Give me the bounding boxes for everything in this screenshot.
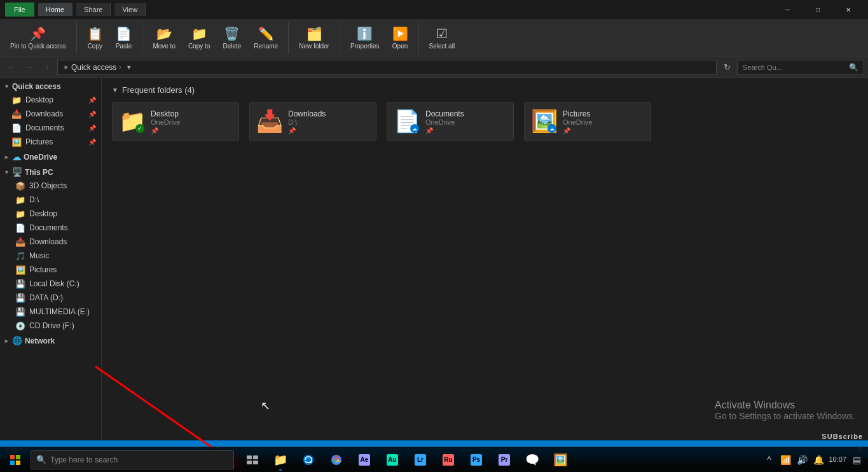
taskbar-audition-button[interactable]: Au bbox=[379, 447, 406, 473]
file-tab[interactable]: File bbox=[5, 3, 34, 17]
sidebar-onedrive-label: OneDrive bbox=[24, 153, 57, 162]
sidebar-pictures-label: Pictures bbox=[25, 137, 53, 146]
volume-tray-icon[interactable]: 🔊 bbox=[796, 454, 808, 466]
sidebar-item-music[interactable]: 🎵 Music bbox=[0, 249, 101, 263]
notifications-panel-icon[interactable]: ▤ bbox=[850, 454, 863, 466]
taskbar-chrome-button[interactable] bbox=[323, 447, 350, 473]
rename-button[interactable]: ✏️ Rename bbox=[249, 24, 283, 52]
refresh-button[interactable]: ↻ bbox=[719, 60, 734, 75]
folder-card-downloads[interactable]: 📥 Downloads D:\ 📌 bbox=[249, 102, 376, 141]
sidebar-item-desktop[interactable]: 📁 Desktop 📌 bbox=[0, 93, 101, 107]
folder-info-pictures: Pictures OneDrive 📌 bbox=[563, 109, 644, 134]
taskbar-lightroom-button[interactable]: Lr bbox=[407, 447, 434, 473]
sidebar-documents-label: Documents bbox=[25, 123, 64, 132]
content-area: ▼ Frequent folders (4) 📁 ✓ Desktop OneDr… bbox=[102, 78, 868, 440]
taskbar-fileexplorer-button[interactable]: 📁 bbox=[267, 447, 294, 473]
open-button[interactable]: ▶️ Open bbox=[387, 24, 413, 52]
svg-rect-2 bbox=[10, 455, 15, 459]
pin-to-quickaccess-button[interactable]: 📌 Pin to Quick access bbox=[5, 24, 71, 52]
newfolder-button[interactable]: 🗂️ New folder bbox=[294, 24, 334, 52]
taskbar-taskview-button[interactable] bbox=[239, 447, 266, 473]
sidebar-header-thispc[interactable]: ▼ 🖥️ This PC bbox=[0, 165, 101, 179]
pin-indicator-pictures: 📌 bbox=[563, 127, 644, 134]
taskbar-search-text: Type here to search bbox=[50, 455, 118, 464]
taskbar-clock[interactable]: 10:07 bbox=[829, 455, 846, 464]
copyto-label: Copy to bbox=[188, 43, 210, 50]
sidebar-item-downloads-thispc[interactable]: 📥 Downloads bbox=[0, 235, 101, 249]
forward-button[interactable]: → bbox=[22, 60, 37, 75]
section-label: Frequent folders (4) bbox=[122, 85, 195, 95]
copyto-icon: 📁 bbox=[191, 26, 207, 41]
copy-button[interactable]: 📋 Copy bbox=[82, 24, 108, 52]
move-to-button[interactable]: 📂 Move to bbox=[148, 24, 181, 52]
ribbon-tab-home[interactable]: Home bbox=[38, 3, 72, 16]
taskbar-search-input[interactable]: 🔍 Type here to search bbox=[31, 450, 234, 469]
taskbar-edge-button[interactable] bbox=[295, 447, 322, 473]
ribbon-tab-view[interactable]: View bbox=[114, 3, 146, 16]
selectall-label: Select all bbox=[429, 43, 455, 50]
select-all-button[interactable]: ☑ Select all bbox=[424, 24, 460, 52]
taskview-icon bbox=[247, 455, 258, 464]
address-path[interactable]: ★ Quick access › ▼ bbox=[57, 60, 717, 75]
delete-button[interactable]: 🗑️ Delete bbox=[217, 24, 246, 52]
sidebar-item-downloads[interactable]: 📥 Downloads 📌 bbox=[0, 107, 101, 121]
sidebar-section-thispc: ▼ 🖥️ This PC 📦 3D Objects 📁 D:\ 📁 Deskto… bbox=[0, 165, 101, 333]
onedrive-badge-pictures: ☁ bbox=[548, 124, 556, 133]
sidebar-header-network[interactable]: ► 🌐 Network bbox=[0, 334, 101, 347]
sidebar-item-pictures-thispc[interactable]: 🖼️ Pictures bbox=[0, 263, 101, 277]
copy-to-button[interactable]: 📁 Copy to bbox=[183, 24, 215, 52]
sidebar-item-pictures[interactable]: 🖼️ Pictures 📌 bbox=[0, 135, 101, 149]
ribbon-toolbar: 📌 Pin to Quick access 📋 Copy 📄 Paste 📂 M… bbox=[0, 19, 868, 57]
svg-rect-4 bbox=[10, 461, 15, 465]
ribbon-separator-3 bbox=[288, 22, 289, 54]
up-button[interactable]: ↑ bbox=[39, 60, 55, 75]
taskbar-aftereffects-button[interactable]: Ae bbox=[351, 447, 378, 473]
close-button[interactable]: ✕ bbox=[834, 0, 863, 19]
sidebar-item-documents[interactable]: 📄 Documents 📌 bbox=[0, 121, 101, 135]
sidebar-item-localdisc-c[interactable]: 💾 Local Disk (C:) bbox=[0, 277, 101, 291]
search-box[interactable]: Search Qu... 🔍 bbox=[737, 60, 864, 75]
folder-card-desktop[interactable]: 📁 ✓ Desktop OneDrive 📌 bbox=[112, 102, 239, 141]
sidebar-item-cddrive-f[interactable]: 💿 CD Drive (F:) bbox=[0, 319, 101, 333]
maximize-button[interactable]: □ bbox=[803, 0, 832, 19]
taskbar-chat-button[interactable]: 🗨️ bbox=[519, 447, 546, 473]
documents-thispc-icon: 📄 bbox=[15, 223, 25, 233]
path-dropdown-button[interactable]: ▼ bbox=[124, 62, 134, 73]
properties-icon: ℹ️ bbox=[357, 26, 373, 41]
minimize-button[interactable]: ─ bbox=[773, 0, 802, 19]
folder-card-pictures[interactable]: 🖼️ ☁ Pictures OneDrive 📌 bbox=[524, 102, 651, 141]
copy-label: Copy bbox=[88, 43, 102, 50]
back-button[interactable]: ← bbox=[4, 60, 19, 75]
folder-name-documents: Documents bbox=[425, 109, 507, 118]
pin-icon-pictures: 📌 bbox=[88, 139, 96, 146]
taskbar-photos-button[interactable]: 🖼️ bbox=[547, 447, 574, 473]
path-separator: › bbox=[119, 64, 121, 71]
tray-expand-icon[interactable]: ^ bbox=[762, 454, 775, 466]
downloads-folder-icon: 📥 bbox=[11, 109, 22, 119]
delete-icon: 🗑️ bbox=[224, 26, 240, 41]
taskbar-photoshop-button[interactable]: Ps bbox=[463, 447, 490, 473]
windows-logo-icon bbox=[10, 455, 20, 465]
sidebar-item-multimedia-e[interactable]: 💾 MULTIMEDIA (E:) bbox=[0, 305, 101, 319]
sidebar-header-onedrive[interactable]: ► ☁ OneDrive bbox=[0, 150, 101, 164]
path-quickaccess[interactable]: Quick access bbox=[71, 63, 116, 72]
taskbar-unknown1-button[interactable]: Ru bbox=[435, 447, 462, 473]
sidebar-header-quickaccess[interactable]: ▼ Quick access bbox=[0, 80, 101, 93]
sidebar-item-desktop-thispc[interactable]: 📁 Desktop bbox=[0, 207, 101, 221]
pin-indicator-documents: 📌 bbox=[425, 127, 507, 134]
taskbar-premiere-button[interactable]: Pr bbox=[491, 447, 518, 473]
sidebar-item-d[interactable]: 📁 D:\ bbox=[0, 193, 101, 207]
svg-rect-9 bbox=[253, 461, 258, 464]
sidebar-item-documents-thispc[interactable]: 📄 Documents bbox=[0, 221, 101, 235]
downloads-thispc-icon: 📥 bbox=[15, 237, 25, 247]
folder-icon-downloads-wrap: 📥 bbox=[256, 110, 282, 133]
ribbon-tab-share[interactable]: Share bbox=[76, 3, 111, 16]
folder-card-documents[interactable]: 📄 ☁ Documents OneDrive 📌 bbox=[387, 102, 514, 141]
properties-button[interactable]: ℹ️ Properties bbox=[345, 24, 385, 52]
network-tray-icon[interactable]: 📶 bbox=[779, 454, 792, 466]
start-button[interactable] bbox=[0, 447, 31, 473]
sidebar-item-3dobjects[interactable]: 📦 3D Objects bbox=[0, 179, 101, 193]
paste-button[interactable]: 📄 Paste bbox=[111, 24, 137, 52]
notification-tray-icon[interactable]: 🔔 bbox=[812, 454, 825, 466]
sidebar-item-data-d[interactable]: 💾 DATA (D:) bbox=[0, 291, 101, 305]
